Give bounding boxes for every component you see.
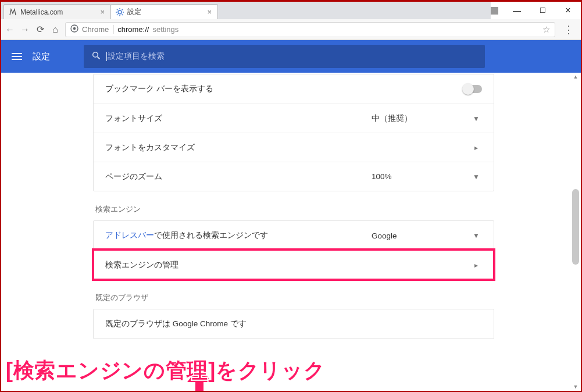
menu-button[interactable] [12,53,22,60]
site-icon [70,24,78,34]
default-browser-card: 既定のブラウザは Google Chrome です [93,309,494,339]
addressbar-link[interactable]: アドレスバー [105,231,154,240]
svg-point-0 [118,10,122,14]
row-label: アドレスバーで使用される検索エンジンです [105,230,372,241]
dropdown-icon: ▼ [470,231,482,240]
annotation-text: [検索エンジンの管理]をクリック [6,357,326,385]
row-addressbar-engine[interactable]: アドレスバーで使用される検索エンジンです Google ▼ [94,221,494,250]
chevron-right-icon: ▸ [470,144,482,152]
row-page-zoom[interactable]: ページのズーム 100% ▼ [94,162,494,191]
tab-title: Metallica.com [20,8,99,16]
browser-menu-button[interactable]: ⋮ [560,23,577,36]
window-status-box [491,7,498,15]
maximize-button[interactable]: ☐ [530,2,555,19]
dropdown-icon: ▼ [470,173,482,181]
product-chip: Chrome [82,25,114,34]
svg-point-11 [93,52,98,58]
row-manage-search-engines[interactable]: 検索エンジンの管理 ▸ [94,250,494,279]
window-buttons: — ☐ × [491,2,581,19]
row-font-customize[interactable]: フォントをカスタマイズ ▸ [94,133,494,162]
dropdown-icon: ▼ [470,115,482,123]
back-button[interactable]: ← [5,24,15,35]
row-label-suffix: で使用される検索エンジンです [154,231,268,240]
appearance-card: ブックマーク バーを表示する フォントサイズ 中（推奨） ▼ フォントをカスタマ… [93,74,494,191]
chevron-right-icon: ▸ [470,261,482,269]
url-path: settings [152,25,178,34]
row-label: 検索エンジンの管理 [105,260,470,270]
scroll-up-icon[interactable]: ▲ [572,74,579,80]
close-icon[interactable]: × [206,8,213,16]
search-placeholder: 設定項目を検索 [108,51,165,62]
row-value: 中（推奨） [372,113,470,124]
settings-header: 設定 設定項目を検索 [1,40,581,73]
section-search-engine: 検索エンジン [95,204,494,215]
forward-button[interactable]: → [20,24,30,35]
row-value: Google [372,231,470,240]
toolbar: ← → ⟳ ⌂ Chrome chrome://settings ☆ ⋮ [1,19,581,40]
row-font-size[interactable]: フォントサイズ 中（推奨） ▼ [94,104,494,133]
row-value: 100% [372,172,470,181]
section-default-browser: 既定のブラウザ [95,293,494,303]
favicon-generic [9,8,17,16]
scroll-down-icon[interactable]: ▼ [572,384,579,390]
tab-title: 設定 [127,7,206,17]
svg-line-5 [117,9,117,10]
row-label: ブックマーク バーを表示する [105,84,463,94]
minimize-button[interactable]: — [504,2,530,19]
gear-icon [116,8,124,16]
address-bar[interactable]: Chrome chrome://settings ☆ [65,22,555,37]
settings-search[interactable]: 設定項目を検索 [84,45,485,68]
tab-settings[interactable]: 設定 × [110,4,218,19]
row-label: フォントサイズ [105,113,372,124]
page-title: 設定 [33,51,50,62]
close-window-button[interactable]: × [555,2,581,19]
row-default-browser-status: 既定のブラウザは Google Chrome です [94,309,494,338]
svg-line-7 [117,14,117,15]
scrollbar-thumb[interactable] [572,189,579,265]
home-button[interactable]: ⌂ [50,24,60,35]
search-icon [92,51,101,62]
row-label: フォントをカスタマイズ [105,142,470,153]
row-bookmark-bar[interactable]: ブックマーク バーを表示する [94,74,494,104]
close-icon[interactable]: × [99,8,106,16]
toggle-off[interactable] [463,85,482,93]
url-host: chrome:// [117,25,149,34]
search-engine-card: アドレスバーで使用される検索エンジンです Google ▼ 検索エンジンの管理 … [93,220,494,280]
svg-line-8 [122,9,123,10]
window-titlebar: Metallica.com × 設定 × — ☐ × [1,2,581,19]
svg-line-12 [98,57,100,59]
row-label: 既定のブラウザは Google Chrome です [105,319,482,329]
bookmark-star-icon[interactable]: ☆ [542,24,550,35]
tab-strip: Metallica.com × 設定 × [1,2,491,19]
tab-metallica[interactable]: Metallica.com × [3,4,111,19]
svg-line-6 [122,14,123,15]
row-label: ページのズーム [105,172,372,182]
reload-button[interactable]: ⟳ [35,24,45,35]
settings-content: ブックマーク バーを表示する フォントサイズ 中（推奨） ▼ フォントをカスタマ… [1,73,581,391]
svg-point-10 [73,27,76,30]
